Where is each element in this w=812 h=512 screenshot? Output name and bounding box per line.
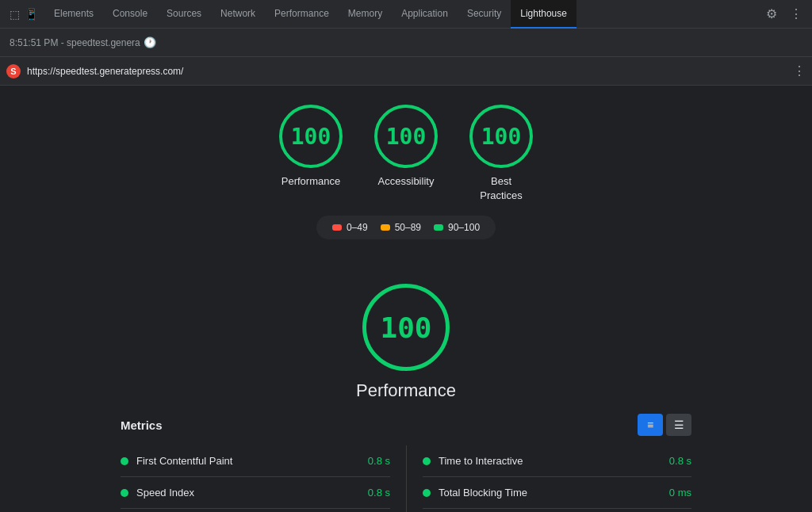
metrics-header: Metrics ≡ ☰	[121, 414, 691, 436]
legend-item-average: 50–89	[381, 222, 421, 233]
metrics-title: Metrics	[121, 418, 163, 432]
url-bar: S https://speedtest.generatepress.com/ ⋮	[0, 57, 812, 86]
devtools-tab-bar: ⬚ 📱 Elements Console Sources Network Per…	[0, 0, 812, 29]
si-status-dot	[121, 489, 128, 497]
tab-security[interactable]: Security	[458, 0, 511, 29]
accessibility-score-circle: 100	[374, 105, 438, 168]
score-item-performance[interactable]: 100 Performance	[279, 105, 343, 189]
performance-label: Performance	[282, 174, 340, 189]
toolbar-row: 8:51:51 PM - speedtest.genera 🕐	[0, 29, 812, 57]
score-circles-container: 100 Performance 100 Accessibility 100 Be…	[279, 105, 533, 203]
legend-red-icon	[332, 224, 342, 231]
fcp-label: First Contentful Paint	[136, 455, 360, 467]
score-item-accessibility[interactable]: 100 Accessibility	[374, 105, 438, 189]
settings-icon[interactable]: ⚙	[760, 6, 783, 21]
legend-item-pass: 90–100	[434, 222, 480, 233]
list-view-icon: ☰	[674, 418, 684, 431]
site-favicon: S	[6, 64, 21, 78]
fcp-status-dot	[121, 457, 128, 465]
tab-lighthouse[interactable]: Lighthouse	[511, 0, 576, 29]
device-icon[interactable]: 📱	[25, 8, 38, 21]
legend-green-icon	[434, 224, 443, 231]
url-options-icon[interactable]: ⋮	[793, 63, 806, 78]
url-display: https://speedtest.generatepress.com/	[27, 66, 787, 77]
clock-icon: 🕐	[144, 36, 156, 48]
tbt-value: 0 ms	[669, 487, 691, 499]
tab-elements[interactable]: Elements	[44, 0, 103, 29]
more-options-icon[interactable]: ⋮	[783, 6, 809, 21]
performance-detail-section: 100 Performance Metrics ≡ ☰	[0, 265, 812, 512]
score-summary-section: 100 Performance 100 Accessibility 100 Be…	[0, 86, 812, 252]
tti-value: 0.8 s	[669, 455, 691, 467]
accessibility-label: Accessibility	[378, 174, 435, 189]
tab-application[interactable]: Application	[392, 0, 458, 29]
bar-view-icon: ≡	[647, 418, 653, 431]
metric-row-si: Speed Index 0.8 s	[121, 477, 390, 509]
legend-fail-range: 0–49	[347, 222, 368, 233]
metric-row-tbt: Total Blocking Time 0 ms	[423, 477, 691, 509]
timestamp-display: 8:51:51 PM - speedtest.genera 🕐	[10, 36, 156, 48]
tab-performance[interactable]: Performance	[265, 0, 339, 29]
legend-item-fail: 0–49	[332, 222, 368, 233]
tab-sources[interactable]: Sources	[157, 0, 211, 29]
si-value: 0.8 s	[368, 487, 390, 499]
metric-row-tti: Time to Interactive 0.8 s	[423, 445, 691, 477]
metrics-section: Metrics ≡ ☰ First Contentful Paint	[121, 414, 691, 512]
devtools-left-icons: ⬚ 📱	[3, 8, 44, 21]
metric-row-fcp: First Contentful Paint 0.8 s	[121, 445, 390, 477]
tab-console[interactable]: Console	[103, 0, 157, 29]
toggle-bar-view-button[interactable]: ≡	[638, 414, 663, 436]
tti-status-dot	[423, 457, 431, 465]
tab-network[interactable]: Network	[211, 0, 265, 29]
fcp-value: 0.8 s	[368, 455, 390, 467]
performance-large-circle: 100	[362, 284, 450, 371]
metric-row-cls: Cumulative Layout Shift 0	[423, 509, 691, 512]
best-practices-label: BestPractices	[480, 174, 522, 203]
si-label: Speed Index	[136, 487, 360, 499]
inspect-icon[interactable]: ⬚	[10, 8, 20, 21]
tbt-status-dot	[423, 489, 431, 497]
performance-detail-title: Performance	[356, 380, 456, 401]
legend-orange-icon	[381, 224, 390, 231]
metrics-grid: First Contentful Paint 0.8 s Speed Index…	[121, 445, 691, 512]
score-legend: 0–49 50–89 90–100	[316, 216, 496, 239]
tti-label: Time to Interactive	[439, 455, 661, 467]
best-practices-score-circle: 100	[469, 105, 533, 168]
performance-score-circle: 100	[279, 105, 343, 168]
legend-average-range: 50–89	[395, 222, 421, 233]
tab-memory[interactable]: Memory	[339, 0, 392, 29]
view-toggle-group: ≡ ☰	[638, 414, 691, 436]
score-item-best-practices[interactable]: 100 BestPractices	[469, 105, 533, 203]
metric-row-lcp: Largest Contentful Paint 0.8 s	[121, 509, 390, 512]
toggle-list-view-button[interactable]: ☰	[666, 414, 691, 436]
legend-pass-range: 90–100	[448, 222, 480, 233]
metrics-left-column: First Contentful Paint 0.8 s Speed Index…	[121, 445, 406, 512]
metrics-right-column: Time to Interactive 0.8 s Total Blocking…	[406, 445, 691, 512]
tbt-label: Total Blocking Time	[439, 487, 661, 499]
main-content: 100 Performance 100 Accessibility 100 Be…	[0, 86, 812, 512]
